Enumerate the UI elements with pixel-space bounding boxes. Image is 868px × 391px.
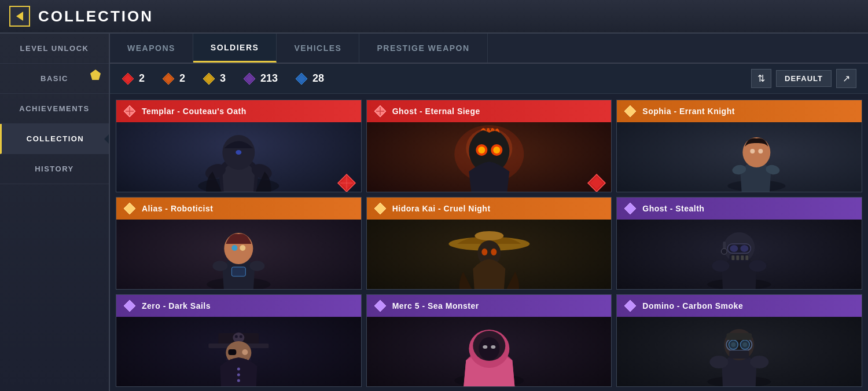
stat-gold: 3 — [203, 72, 226, 85]
svg-point-52 — [475, 231, 503, 240]
card-body-ghost-eternal — [367, 122, 612, 192]
tab-soldiers[interactable]: SOLDIERS — [193, 34, 277, 63]
tab-prestige-weapon[interactable]: PRESTIGE WEAPON — [359, 34, 487, 63]
sort-controls: ⇅ DEFAULT ↗ — [751, 69, 856, 88]
merc5-character-svg — [367, 317, 612, 387]
svg-point-32 — [493, 147, 500, 154]
basic-badge — [90, 70, 101, 80]
svg-point-87 — [479, 337, 499, 360]
zero-header-icon — [123, 299, 136, 312]
svg-rect-64 — [737, 255, 740, 260]
back-button[interactable] — [9, 6, 30, 27]
svg-marker-83 — [374, 300, 386, 312]
hidora-character-svg — [367, 220, 612, 290]
card-zero[interactable]: Zero - Dark Sails — [116, 294, 362, 387]
card-domino[interactable]: Domino - Carbon Smoke — [616, 294, 862, 387]
card-title-domino: Domino - Carbon Smoke — [642, 301, 743, 310]
svg-point-48 — [212, 261, 227, 271]
tab-vehicles[interactable]: VEHICLES — [277, 34, 359, 63]
content-area: WEAPONS SOLDIERS VEHICLES PRESTIGE WEAPO… — [110, 34, 868, 391]
card-header-zero: Zero - Dark Sails — [116, 295, 361, 317]
card-merc5[interactable]: Merc 5 - Sea Monster — [366, 294, 612, 387]
sophia-header-icon — [624, 105, 637, 118]
sidebar-item-basic[interactable]: BASIC — [0, 64, 109, 94]
sidebar-item-achievements[interactable]: ACHIEVEMENTS — [0, 94, 109, 124]
svg-rect-98 — [727, 333, 752, 340]
svg-marker-50 — [374, 203, 386, 214]
card-title-zero: Zero - Dark Sails — [142, 301, 211, 310]
templar-header-icon — [123, 105, 136, 118]
sophia-character-svg — [617, 122, 862, 192]
card-body-sophia — [617, 122, 862, 192]
svg-point-68 — [749, 260, 767, 272]
sidebar-item-level-unlock[interactable]: LEVEL UNLOCK — [0, 34, 109, 64]
sort-order-button[interactable]: ⇅ — [751, 69, 771, 88]
svg-point-39 — [759, 149, 763, 154]
svg-point-55 — [491, 249, 496, 255]
svg-point-97 — [743, 342, 748, 347]
domino-header-icon — [624, 299, 637, 312]
stats-bar: 2 2 3 213 — [110, 64, 868, 94]
card-header-templar: Templar - Couteau's Oath — [116, 100, 361, 122]
page-title: COLLECTION — [38, 8, 153, 25]
svg-marker-71 — [124, 300, 135, 312]
ghost-eternal-header-icon — [374, 105, 387, 118]
card-templar[interactable]: Templar - Couteau's Oath — [116, 100, 362, 192]
svg-point-100 — [710, 356, 729, 368]
svg-marker-0 — [16, 12, 23, 21]
svg-point-76 — [240, 335, 242, 338]
card-header-domino: Domino - Carbon Smoke — [617, 295, 862, 317]
ghost-eternal-character-svg — [367, 122, 612, 192]
sidebar-item-history[interactable]: HISTORY — [0, 154, 109, 184]
svg-point-38 — [751, 149, 755, 154]
stat-purple: 213 — [243, 72, 278, 85]
svg-point-61 — [741, 245, 749, 252]
tab-weapons[interactable]: WEAPONS — [110, 34, 193, 63]
card-ghost-eternal[interactable]: Ghost - Eternal Siege — [366, 100, 612, 192]
card-body-zero — [116, 317, 361, 387]
domino-character-svg — [617, 317, 862, 387]
card-header-sophia: Sophia - Errant Knight — [617, 100, 862, 122]
svg-point-79 — [242, 349, 248, 355]
card-title-alias: Alias - Roboticist — [142, 204, 213, 213]
svg-marker-90 — [624, 300, 636, 312]
red-diamond-icon — [122, 72, 134, 85]
svg-point-18 — [236, 150, 241, 155]
stat-orange: 2 — [162, 72, 185, 85]
svg-marker-42 — [124, 203, 135, 214]
svg-rect-63 — [732, 255, 735, 260]
share-button[interactable]: ↗ — [836, 69, 856, 88]
card-diamond-badge-templar — [337, 173, 356, 192]
card-body-domino — [617, 317, 862, 387]
svg-point-88 — [483, 345, 487, 349]
svg-point-31 — [478, 147, 485, 154]
svg-point-67 — [712, 260, 730, 272]
gold-diamond-icon — [203, 72, 215, 85]
alias-header-icon — [123, 202, 136, 215]
card-body-templar — [116, 122, 361, 192]
card-header-hidora: Hidora Kai - Cruel Night — [367, 198, 612, 220]
stat-red: 2 — [122, 72, 145, 85]
card-hidora[interactable]: Hidora Kai - Cruel Night — [366, 197, 612, 290]
card-header-ghost-eternal: Ghost - Eternal Siege — [367, 100, 612, 122]
orange-diamond-icon — [162, 72, 175, 85]
sidebar-item-collection[interactable]: COLLECTION — [0, 124, 109, 154]
card-title-ghost-eternal: Ghost - Eternal Siege — [392, 107, 480, 116]
card-alias[interactable]: Alias - Roboticist — [116, 197, 362, 290]
card-body-hidora — [367, 220, 612, 290]
card-ghost-stealth[interactable]: Ghost - Stealth — [616, 197, 862, 290]
svg-rect-78 — [228, 349, 236, 355]
svg-point-81 — [237, 374, 240, 377]
svg-point-60 — [730, 245, 738, 252]
stat-blue: 28 — [295, 72, 324, 85]
card-sophia[interactable]: Sophia - Errant Knight — [616, 100, 862, 192]
tabs-bar: WEAPONS SOLDIERS VEHICLES PRESTIGE WEAPO… — [110, 34, 868, 64]
card-body-alias — [116, 220, 361, 290]
svg-point-75 — [235, 335, 238, 338]
svg-marker-56 — [624, 203, 636, 214]
card-title-sophia: Sophia - Errant Knight — [642, 107, 735, 116]
cards-grid: Templar - Couteau's Oath — [110, 94, 868, 391]
card-body-ghost-stealth — [617, 220, 862, 290]
sort-label: DEFAULT — [776, 70, 832, 87]
header: COLLECTION — [0, 0, 868, 34]
